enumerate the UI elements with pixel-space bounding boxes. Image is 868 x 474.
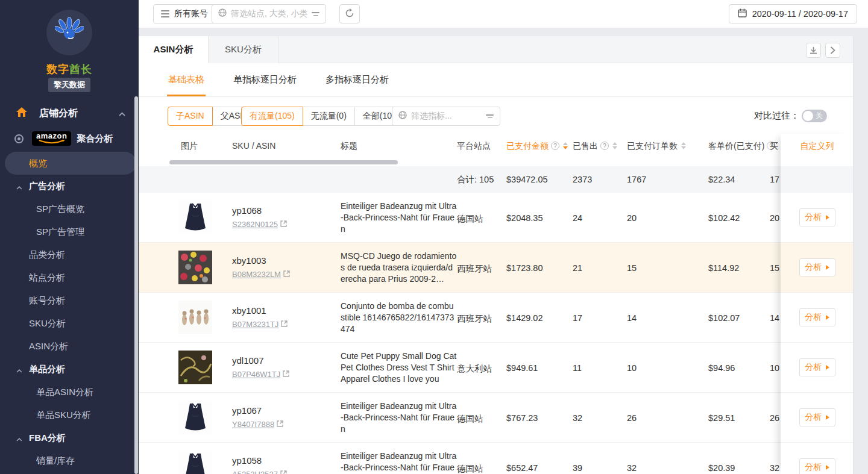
collapse-right-button[interactable]: [825, 43, 840, 58]
with-traffic-button[interactable]: 有流量(105): [241, 107, 303, 126]
filter-icon: [486, 114, 494, 118]
analyze-button[interactable]: 分析: [799, 208, 835, 226]
product-image: [178, 301, 212, 334]
site-filter-input[interactable]: 筛选站点, 大类, 小类...: [212, 4, 326, 23]
analyze-button[interactable]: 分析: [799, 408, 835, 426]
sku-asin-cell: yp1067 Y8407I7888: [232, 405, 283, 429]
sku-asin-cell: xby1003 B08M3232LM: [232, 255, 290, 279]
sort-carets[interactable]: [563, 142, 568, 149]
paid-amount-cell: $652.47: [506, 463, 538, 473]
filter-icon: [312, 12, 319, 16]
col-sku-asin: SKU / ASIN: [232, 134, 275, 158]
app-root: 数字酋长 擎天数据 店铺分析 amazon 聚合分析 概览广告分析SP广告概览S…: [0, 0, 868, 474]
asin-link[interactable]: Y8407I7888: [232, 420, 274, 429]
sort-carets[interactable]: [612, 142, 617, 149]
sidebar-item[interactable]: 销量/库存: [0, 449, 139, 472]
analyze-button[interactable]: 分析: [799, 458, 835, 474]
asin-link[interactable]: B07M3231TJ: [232, 320, 278, 329]
analyze-button[interactable]: 分析: [799, 308, 835, 326]
subtab-single-metric-daily[interactable]: 单指标逐日分析: [232, 63, 298, 96]
sidebar-item[interactable]: 账号分析: [0, 289, 139, 312]
site-cell: 西班牙站: [457, 313, 492, 325]
col-site: 平台站点: [457, 134, 491, 158]
all-accounts-button[interactable]: 所有账号: [153, 4, 216, 23]
asin-link[interactable]: B07P46W1TJ: [232, 370, 280, 379]
sidebar-scrollbar[interactable]: [134, 96, 138, 474]
fixed-column-cell: 分析: [781, 293, 854, 343]
sidebar-item[interactable]: 品类分析: [0, 243, 139, 266]
sort-carets[interactable]: [681, 142, 686, 149]
sidebar-item-aggregate-analysis[interactable]: amazon 聚合分析: [0, 125, 139, 152]
subtab-multi-metric-daily[interactable]: 多指标逐日分析: [324, 63, 390, 96]
metric-filter-input[interactable]: 筛选指标...: [392, 107, 500, 126]
fixed-column-cell: 分析: [781, 193, 854, 243]
col-buyer-clipped: 买: [770, 134, 778, 158]
no-traffic-button[interactable]: 无流量(0): [303, 107, 355, 126]
chevron-up-icon: [16, 181, 22, 192]
compare-toggle[interactable]: 关: [802, 110, 827, 122]
paid-amount-cell: $1429.02: [506, 313, 542, 323]
metric-filter-placeholder: 筛选指标...: [411, 111, 482, 122]
child-asin-button[interactable]: 子ASIN: [168, 107, 213, 126]
site-cell: 德国站: [457, 213, 483, 225]
col-paid-amount[interactable]: 已支付金额?: [506, 134, 568, 158]
paid-orders-cell: 15: [627, 263, 637, 273]
tab-asin-analysis[interactable]: ASIN分析: [139, 36, 209, 63]
custom-columns-button[interactable]: 自定义列: [781, 134, 854, 158]
analyze-button[interactable]: 分析: [799, 358, 835, 376]
asin-link[interactable]: S2362N0125: [232, 220, 278, 229]
summary-paid-orders: 1767: [627, 166, 646, 193]
filter-row: 子ASIN 父ASIN 有流量(105) 无流量(0) 全部(105) 筛选指标…: [139, 97, 854, 134]
fixed-column-cell: 分析: [781, 343, 854, 393]
fixed-right-column: 自定义列 分析 分析 分析 分析 分析 分析: [781, 134, 854, 474]
table-row: yp1068 S2362N0125 Einteiliger Badeanzug …: [139, 193, 854, 243]
analyze-button[interactable]: 分析: [799, 258, 835, 276]
site-cell: 意大利站: [457, 363, 492, 375]
download-button[interactable]: [806, 43, 821, 58]
subtab-basic-table[interactable]: 基础表格: [167, 63, 206, 96]
paid-amount-cell: $949.61: [506, 363, 538, 373]
paid-orders-cell: 32: [627, 463, 637, 473]
brand-title: 数字酋长: [0, 62, 139, 76]
help-icon[interactable]: ?: [551, 142, 559, 150]
date-range-label: 2020-09-11 / 2020-09-17: [752, 9, 848, 19]
summary-avg-order: $22.34: [708, 166, 735, 193]
help-icon[interactable]: ?: [600, 142, 609, 150]
sidebar-item[interactable]: 广告分析: [0, 175, 139, 198]
sidebar-item[interactable]: SKU分析: [0, 312, 139, 335]
tab-bar: ASIN分析 SKU分析: [139, 36, 854, 63]
hamburger-icon: [161, 10, 169, 17]
globe-icon: [398, 111, 407, 122]
refresh-button[interactable]: [339, 4, 360, 23]
avg-order-cell: $29.51: [708, 413, 735, 423]
sidebar-item[interactable]: 单品SKU分析: [0, 404, 139, 426]
sidebar-item[interactable]: SP广告概览: [0, 198, 139, 220]
sidebar-item[interactable]: SP广告管理: [0, 220, 139, 243]
external-link-icon: [283, 370, 289, 379]
sidebar-item[interactable]: FBA分析: [0, 426, 139, 449]
refresh-icon: [345, 8, 354, 20]
date-range-picker[interactable]: 2020-09-11 / 2020-09-17: [729, 4, 857, 23]
sidebar-item-shop-analysis[interactable]: 店铺分析: [0, 101, 139, 125]
col-sold[interactable]: 已售出?: [573, 134, 617, 158]
table-row: ydl1007 B07P46W1TJ Cute Pet Puppy Small …: [139, 343, 854, 393]
horizontal-scrollbar[interactable]: [169, 160, 398, 164]
toggle-state-label: 关: [816, 111, 823, 120]
col-paid-orders[interactable]: 已支付订单数: [627, 134, 686, 158]
table-row: xby1001 B07M3231TJ Conjunto de bomba de …: [139, 293, 854, 343]
brand-subtitle-badge: 擎天数据: [48, 78, 90, 92]
sidebar-item[interactable]: ASIN分析: [0, 335, 139, 358]
sidebar-item[interactable]: 概览: [5, 152, 136, 175]
asin-link[interactable]: B08M3232LM: [232, 270, 281, 279]
col-avg-order-value[interactable]: 客单价(已支付)?: [708, 134, 775, 158]
sidebar-item[interactable]: 站点分析: [0, 266, 139, 289]
product-image: [178, 251, 212, 284]
sidebar-item[interactable]: 单品分析: [0, 358, 139, 381]
tab-sku-analysis[interactable]: SKU分析: [209, 36, 278, 63]
buyer-cell-clipped: 14: [770, 313, 779, 323]
sidebar-item[interactable]: 单品ASIN分析: [0, 381, 139, 404]
asin-link[interactable]: A5252U2527: [232, 470, 278, 474]
sidebar-item-label: 店铺分析: [39, 107, 78, 120]
summary-row: 合计: 105 $39472.05 2373 1767 $22.34 17: [139, 166, 854, 193]
buyer-cell-clipped: 10: [770, 363, 779, 373]
